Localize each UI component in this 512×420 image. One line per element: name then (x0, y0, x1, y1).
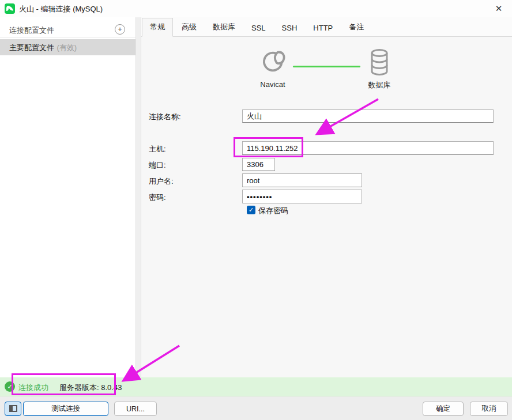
port-label: 端口: (149, 160, 166, 171)
sidebar-item-main-profile[interactable]: 主要配置文件 (有效) (0, 39, 135, 55)
profile-status: (有效) (57, 43, 77, 52)
toggle-sidebar-button[interactable] (5, 402, 21, 416)
ok-button[interactable]: 确定 (423, 402, 464, 416)
edit-connection-dialog: 火山 - 编辑连接 (MySQL) ✕ 连接配置文件 + 主要配置文件 (有效)… (0, 0, 512, 420)
tab-databases[interactable]: 数据库 (205, 18, 243, 36)
username-input[interactable] (242, 173, 362, 187)
profile-name: 主要配置文件 (9, 43, 54, 52)
host-label: 主机: (149, 144, 166, 154)
window-title: 火山 - 编辑连接 (MySQL) (19, 4, 103, 14)
tab-http[interactable]: HTTP (306, 20, 340, 36)
connection-name-label: 连接名称: (149, 112, 181, 122)
cobra-glyph (5, 4, 14, 13)
tab-advanced[interactable]: 高级 (174, 18, 204, 36)
cancel-button[interactable]: 取消 (470, 402, 508, 416)
uri-button[interactable]: URI... (114, 402, 157, 416)
tab-bar: 常规 高级 数据库 SSL SSH HTTP 备注 (141, 17, 512, 37)
password-label: 密码: (149, 192, 166, 203)
diagram-source-label: Navicat (247, 80, 299, 89)
tab-ssl[interactable]: SSL (244, 20, 273, 36)
profiles-sidebar: 连接配置文件 + 主要配置文件 (有效) (0, 17, 135, 377)
tab-notes[interactable]: 备注 (341, 18, 371, 36)
host-highlight-box (234, 137, 303, 157)
tab-general[interactable]: 常规 (142, 18, 173, 37)
status-highlight-box (12, 373, 116, 395)
navicat-app-icon (5, 3, 15, 14)
connection-name-input[interactable] (242, 109, 494, 123)
close-icon[interactable]: ✕ (490, 2, 507, 16)
general-tab-panel (141, 37, 512, 377)
footer-bar: 测试连接 URI... 确定 取消 (0, 396, 512, 420)
sidebar-divider (135, 17, 141, 377)
navicat-logo-icon (259, 48, 286, 75)
panel-icon (9, 405, 17, 412)
diagram-target-label: 数据库 (353, 80, 405, 90)
tab-ssh[interactable]: SSH (274, 20, 305, 36)
sidebar-header-label: 连接配置文件 (9, 25, 54, 36)
save-password-label: 保存密码 (258, 206, 288, 216)
test-connection-button[interactable]: 测试连接 (23, 402, 108, 416)
password-input[interactable] (242, 190, 362, 203)
sidebar-header: 连接配置文件 + (0, 22, 135, 38)
connection-line (293, 66, 360, 67)
save-password-checkbox[interactable]: ✓ (247, 206, 255, 214)
title-bar: 火山 - 编辑连接 (MySQL) ✕ (0, 0, 512, 17)
add-profile-icon[interactable]: + (115, 24, 125, 35)
database-icon (370, 49, 389, 75)
port-input[interactable] (242, 158, 275, 171)
username-label: 用户名: (149, 176, 174, 187)
